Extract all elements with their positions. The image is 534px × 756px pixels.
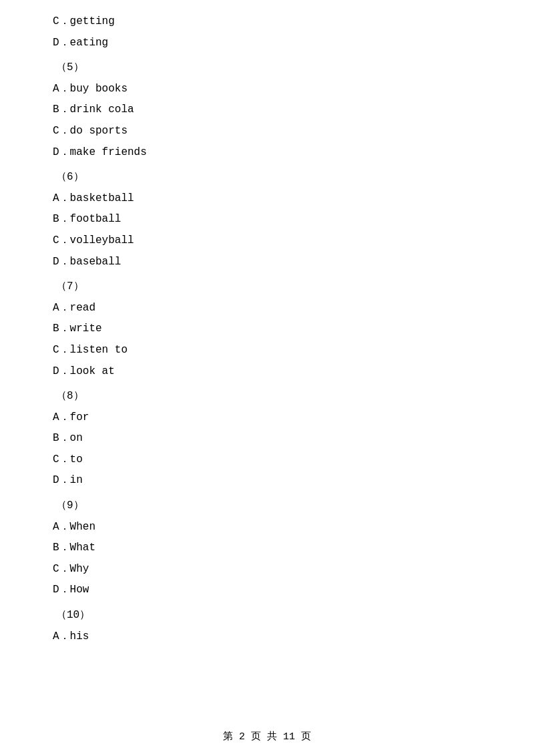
option-item: B．drink cola xyxy=(53,102,481,119)
option-item: D．baseball xyxy=(53,254,481,271)
section-number: （7） xyxy=(53,278,481,296)
option-item: B．What xyxy=(53,540,481,557)
page-footer: 第 2 页 共 11 页 xyxy=(0,730,534,743)
main-content: C．gettingD．eating（5）A．buy booksB．drink c… xyxy=(0,0,534,689)
option-item: C．do sports xyxy=(53,123,481,140)
option-item: A．When xyxy=(53,519,481,536)
option-item: A．read xyxy=(53,300,481,317)
option-item: C．volleyball xyxy=(53,232,481,250)
section-number: （9） xyxy=(53,498,481,515)
section-number: （6） xyxy=(53,169,481,186)
option-item: C．getting xyxy=(53,13,481,31)
section-number: （10） xyxy=(53,607,481,624)
option-item: D．look at xyxy=(53,363,481,381)
option-item: C．listen to xyxy=(53,342,481,359)
option-item: B．football xyxy=(53,211,481,228)
option-item: A．basketball xyxy=(53,190,481,208)
section-number: （5） xyxy=(53,59,481,77)
option-item: A．buy books xyxy=(53,81,481,98)
option-item: B．on xyxy=(53,430,481,447)
option-item: D．in xyxy=(53,472,481,490)
section-number: （8） xyxy=(53,388,481,405)
option-item: B．write xyxy=(53,321,481,338)
option-item: A．for xyxy=(53,409,481,427)
option-item: C．to xyxy=(53,451,481,469)
option-item: D．How xyxy=(53,582,481,599)
option-item: A．his xyxy=(53,628,481,646)
option-item: D．make friends xyxy=(53,144,481,162)
option-item: C．Why xyxy=(53,561,481,578)
option-item: D．eating xyxy=(53,35,481,52)
